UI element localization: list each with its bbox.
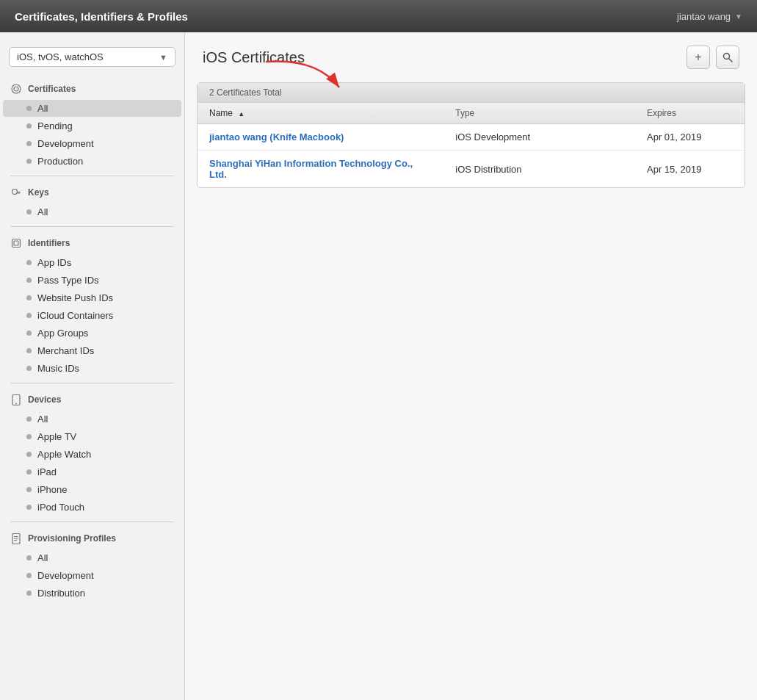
keys-section-header: Keys xyxy=(0,182,184,203)
certificates-section-label: Certificates xyxy=(28,84,76,94)
username-label: jiantao wang xyxy=(677,11,731,22)
sidebar-item-label: App IDs xyxy=(37,257,71,268)
sidebar-item-certificates-all[interactable]: All xyxy=(3,100,181,117)
sidebar-item-label: All xyxy=(37,552,48,563)
dot-icon xyxy=(26,591,32,596)
svg-point-9 xyxy=(15,403,17,404)
sidebar-item-label: All xyxy=(37,206,48,217)
table-body: jiantao wang (Knife Macbook) iOS Develop… xyxy=(198,124,745,188)
sidebar-item-label: Distribution xyxy=(37,588,85,599)
sidebar-item-icloud-containers[interactable]: iCloud Containers xyxy=(3,307,181,324)
sidebar-item-pass-type-ids[interactable]: Pass Type IDs xyxy=(3,272,181,289)
table-section: 2 Certificates Total Name ▲ Type xyxy=(185,82,757,188)
sidebar-item-iphone[interactable]: iPhone xyxy=(3,481,181,498)
sidebar-item-label: Development xyxy=(37,138,94,149)
user-menu-arrow-icon: ▼ xyxy=(735,12,742,21)
sidebar-section-profiles: Provisioning Profiles All Development Di… xyxy=(0,528,184,602)
profiles-section-header: Provisioning Profiles xyxy=(0,528,184,549)
content-area: iOS Certificates + xyxy=(185,32,757,700)
sidebar-item-label: iCloud Containers xyxy=(37,310,113,321)
sidebar: iOS, tvOS, watchOS ▼ Certificates All xyxy=(0,32,185,700)
sidebar-section-keys: Keys All xyxy=(0,182,184,220)
sidebar-section-devices: Devices All Apple TV Apple Watch iPad iP… xyxy=(0,389,184,516)
sidebar-item-apple-tv[interactable]: Apple TV xyxy=(3,428,181,445)
dot-icon xyxy=(26,573,32,578)
sidebar-item-certificates-development[interactable]: Development xyxy=(3,135,181,152)
dot-icon xyxy=(26,469,32,475)
devices-section-header: Devices xyxy=(0,389,184,410)
sort-arrow-icon: ▲ xyxy=(238,110,245,118)
table-row[interactable]: jiantao wang (Knife Macbook) iOS Develop… xyxy=(198,124,745,151)
cell-name: jiantao wang (Knife Macbook) xyxy=(198,124,443,151)
dot-icon xyxy=(26,452,32,457)
sidebar-item-app-groups[interactable]: App Groups xyxy=(3,325,181,342)
sidebar-item-merchant-ids[interactable]: Merchant IDs xyxy=(3,342,181,359)
dot-icon xyxy=(26,141,32,146)
profiles-section-label: Provisioning Profiles xyxy=(28,533,116,544)
sidebar-item-profiles-distribution[interactable]: Distribution xyxy=(3,585,181,602)
sidebar-item-label: App Groups xyxy=(37,328,88,339)
sidebar-item-label: iPhone xyxy=(37,484,67,495)
identifiers-section-label: Identifiers xyxy=(28,238,70,248)
sidebar-item-keys-all[interactable]: All xyxy=(3,203,181,220)
divider xyxy=(10,176,174,176)
app-title: Certificates, Identifiers & Profiles xyxy=(15,10,188,23)
dot-icon xyxy=(26,331,32,336)
divider xyxy=(10,226,174,227)
keys-icon xyxy=(10,187,22,198)
sidebar-item-profiles-development[interactable]: Development xyxy=(3,567,181,584)
sidebar-item-profiles-all[interactable]: All xyxy=(3,549,181,566)
certificates-icon xyxy=(10,83,22,95)
sidebar-item-app-ids[interactable]: App IDs xyxy=(3,254,181,271)
dot-icon xyxy=(26,555,32,560)
svg-point-0 xyxy=(12,84,21,93)
svg-rect-6 xyxy=(12,239,21,248)
cell-name: Shanghai YiHan Information Technology Co… xyxy=(198,151,443,188)
svg-point-2 xyxy=(12,190,18,195)
sidebar-item-label: All xyxy=(37,414,48,425)
column-expires-header[interactable]: Expires xyxy=(635,103,745,124)
main-layout: iOS, tvOS, watchOS ▼ Certificates All xyxy=(0,32,757,700)
dot-icon xyxy=(26,260,32,265)
divider xyxy=(10,383,174,383)
sidebar-item-label: iPad xyxy=(37,466,57,477)
add-certificate-button[interactable]: + xyxy=(687,46,710,69)
dot-icon xyxy=(26,123,32,129)
sidebar-item-label: Merchant IDs xyxy=(37,345,94,356)
sidebar-item-devices-all[interactable]: All xyxy=(3,411,181,427)
keys-section-label: Keys xyxy=(28,187,49,198)
identifiers-section-header: Identifiers xyxy=(0,233,184,253)
content-actions: + xyxy=(687,46,739,69)
table-header-row: Name ▲ Type Expires xyxy=(198,103,745,124)
table-count: 2 Certificates Total xyxy=(198,83,745,103)
profiles-icon xyxy=(10,533,22,544)
divider xyxy=(10,522,174,522)
dot-icon xyxy=(26,106,32,111)
svg-line-15 xyxy=(729,59,733,62)
sidebar-item-certificates-pending[interactable]: Pending xyxy=(3,118,181,134)
certificates-table: Name ▲ Type Expires jiant xyxy=(198,103,745,187)
sidebar-item-music-ids[interactable]: Music IDs xyxy=(3,360,181,377)
svg-point-1 xyxy=(14,87,18,91)
app-header: Certificates, Identifiers & Profiles jia… xyxy=(0,0,757,32)
svg-rect-7 xyxy=(14,241,18,245)
column-type-header[interactable]: Type xyxy=(443,103,635,124)
sidebar-item-label: Development xyxy=(37,570,94,581)
dot-icon xyxy=(26,487,32,492)
sidebar-item-website-push-ids[interactable]: Website Push IDs xyxy=(3,289,181,306)
sidebar-item-apple-watch[interactable]: Apple Watch xyxy=(3,446,181,463)
dot-icon xyxy=(26,295,32,300)
sidebar-item-label: Apple Watch xyxy=(37,449,91,460)
sidebar-item-label: Apple TV xyxy=(37,431,76,442)
sidebar-item-label: All xyxy=(37,103,48,114)
sidebar-item-ipod-touch[interactable]: iPod Touch xyxy=(3,499,181,516)
search-button[interactable] xyxy=(716,46,739,69)
sidebar-item-ipad[interactable]: iPad xyxy=(3,463,181,480)
column-name-header[interactable]: Name ▲ xyxy=(198,103,443,124)
platform-dropdown[interactable]: iOS, tvOS, watchOS ▼ xyxy=(9,47,175,67)
user-menu[interactable]: jiantao wang ▼ xyxy=(677,11,742,22)
column-name-label: Name xyxy=(209,108,233,118)
sidebar-item-label: Pending xyxy=(37,120,73,131)
table-row[interactable]: Shanghai YiHan Information Technology Co… xyxy=(198,151,745,188)
sidebar-item-certificates-production[interactable]: Production xyxy=(3,153,181,170)
